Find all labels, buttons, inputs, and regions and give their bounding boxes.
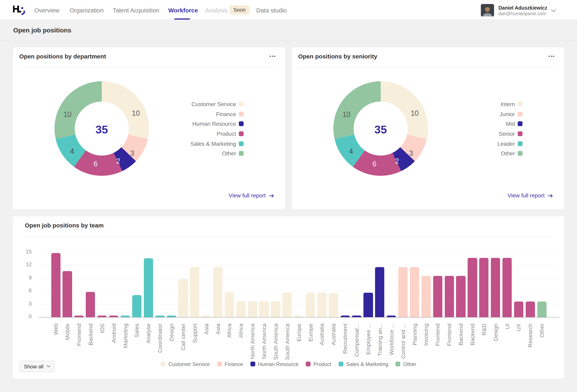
svg-text:4: 4 [70,147,74,155]
svg-text:3: 3 [130,149,134,157]
svg-text:10: 10 [411,109,419,117]
svg-text:6: 6 [94,160,98,168]
svg-text:10: 10 [132,109,140,117]
svg-text:4: 4 [349,147,353,155]
svg-text:6: 6 [372,160,376,168]
svg-text:35: 35 [96,123,108,135]
svg-text:35: 35 [374,123,387,135]
svg-text:3: 3 [409,149,413,157]
svg-text:2: 2 [116,157,120,165]
svg-text:10: 10 [64,110,72,118]
svg-text:2: 2 [395,157,399,165]
svg-text:10: 10 [342,110,350,118]
